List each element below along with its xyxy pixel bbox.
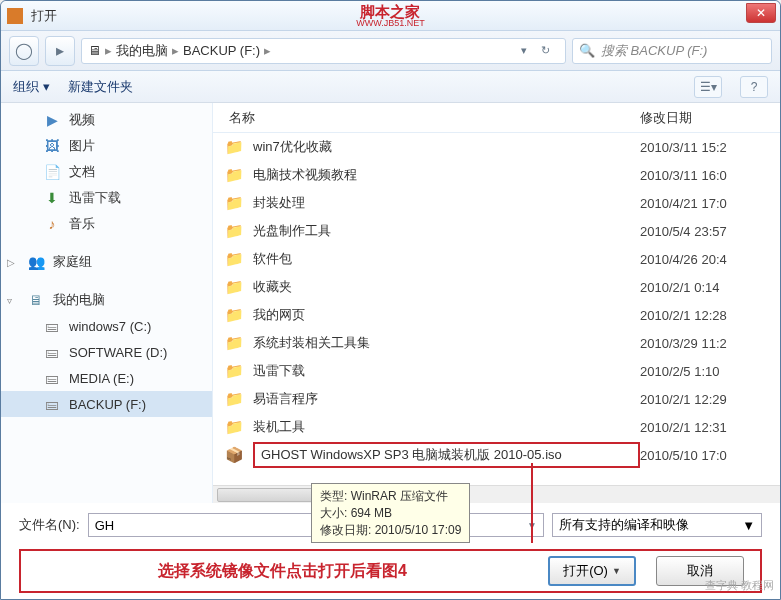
column-name[interactable]: 名称 [213,109,640,127]
horizontal-scrollbar[interactable] [213,485,780,503]
file-row[interactable]: 📁电脑技术视频教程2010/3/11 16:0 [213,161,780,189]
forward-button[interactable]: ▸ [45,36,75,66]
breadcrumb-dropdown[interactable]: ▾↻ [521,44,559,57]
file-row-selected[interactable]: 📦GHOST WindowsXP SP3 电脑城装机版 2010-05.iso2… [213,441,780,469]
breadcrumb-sep-icon: ▸ [172,43,179,58]
file-open-dialog: 打开 脚本之家 WWW.JB51.NET ✕ ◯ ▸ 🖥 ▸ 我的电脑 ▸ BA… [0,0,781,600]
sidebar-item-computer[interactable]: ▿🖥我的电脑 [1,287,212,313]
sidebar-item-homegroup[interactable]: ▷👥家庭组 [1,249,212,275]
app-icon [7,8,23,24]
folder-icon: 📁 [225,390,243,408]
corner-watermark: 查字典 教程网 [705,578,774,593]
file-row[interactable]: 📁装机工具2010/2/1 12:31 [213,413,780,441]
sidebar-item-drive-f[interactable]: 🖴BACKUP (F:) [1,391,212,417]
search-icon: 🔍 [579,43,595,58]
music-icon: ♪ [43,215,61,233]
video-icon: ▶ [43,111,61,129]
titlebar: 打开 脚本之家 WWW.JB51.NET ✕ [1,1,780,31]
computer-icon: 🖥 [88,43,101,58]
file-row[interactable]: 📁封装处理2010/4/21 17:0 [213,189,780,217]
folder-icon: 📁 [225,138,243,156]
folder-icon: 📁 [225,250,243,268]
toolbar: 组织 ▾ 新建文件夹 ☰▾ ? [1,71,780,103]
breadcrumb-item[interactable]: BACKUP (F:) [183,43,260,58]
tooltip-size: 大小: 694 MB [320,505,461,522]
title-buttons: ✕ [746,3,776,23]
tooltip-type: 类型: WinRAR 压缩文件 [320,488,461,505]
watermark-sub: WWW.JB51.NET [356,19,425,28]
annotation-text: 选择系统镜像文件点击打开后看图4 [37,561,528,582]
drive-icon: 🖴 [43,369,61,387]
search-input[interactable]: 🔍 搜索 BACKUP (F:) [572,38,772,64]
iso-icon: 📦 [225,446,243,464]
breadcrumb[interactable]: 🖥 ▸ 我的电脑 ▸ BACKUP (F:) ▸ ▾↻ [81,38,566,64]
chevron-down-icon: ▼ [612,566,621,576]
documents-icon: 📄 [43,163,61,181]
breadcrumb-sep-icon: ▸ [264,43,271,58]
caret-icon: ▷ [7,257,19,268]
view-button[interactable]: ☰▾ [694,76,722,98]
drive-icon: 🖴 [43,343,61,361]
back-button[interactable]: ◯ [9,36,39,66]
nav-bar: ◯ ▸ 🖥 ▸ 我的电脑 ▸ BACKUP (F:) ▸ ▾↻ 🔍 搜索 BAC… [1,31,780,71]
content-area: ▶视频 🖼图片 📄文档 ⬇迅雷下载 ♪音乐 ▷👥家庭组 ▿🖥我的电脑 🖴wind… [1,103,780,503]
tooltip-modified: 修改日期: 2010/5/10 17:09 [320,522,461,539]
file-tooltip: 类型: WinRAR 压缩文件 大小: 694 MB 修改日期: 2010/5/… [311,483,470,543]
breadcrumb-item[interactable]: 我的电脑 [116,42,168,60]
file-list: 📁win7优化收藏2010/3/11 15:2 📁电脑技术视频教程2010/3/… [213,133,780,485]
homegroup-icon: 👥 [27,253,45,271]
folder-icon: 📁 [225,166,243,184]
file-row[interactable]: 📁软件包2010/4/26 20:4 [213,245,780,273]
computer-icon: 🖥 [27,291,45,309]
filename-label: 文件名(N): [19,516,80,534]
open-button[interactable]: 打开(O)▼ [548,556,636,586]
close-button[interactable]: ✕ [746,3,776,23]
search-placeholder: 搜索 BACKUP (F:) [601,42,707,60]
breadcrumb-sep-icon: ▸ [105,43,112,58]
folder-icon: 📁 [225,362,243,380]
drive-icon: 🖴 [43,395,61,413]
file-row[interactable]: 📁收藏夹2010/2/1 0:14 [213,273,780,301]
file-list-area: 名称 修改日期 📁win7优化收藏2010/3/11 15:2 📁电脑技术视频教… [213,103,780,503]
sidebar-item-drive-d[interactable]: 🖴SOFTWARE (D:) [1,339,212,365]
folder-icon: 📁 [225,306,243,324]
file-row[interactable]: 📁易语言程序2010/2/1 12:29 [213,385,780,413]
folder-icon: 📁 [225,418,243,436]
file-list-header: 名称 修改日期 [213,103,780,133]
sidebar-item-music[interactable]: ♪音乐 [1,211,212,237]
folder-icon: 📁 [225,334,243,352]
filetype-filter[interactable]: 所有支持的编译和映像 ▼ [552,513,762,537]
sidebar-item-documents[interactable]: 📄文档 [1,159,212,185]
caret-icon: ▿ [7,295,19,306]
organize-menu[interactable]: 组织 ▾ [13,78,50,96]
folder-icon: 📁 [225,194,243,212]
chevron-down-icon[interactable]: ▼ [742,518,755,533]
annotation-box: 选择系统镜像文件点击打开后看图4 打开(O)▼ 取消 [19,549,762,593]
folder-icon: 📁 [225,222,243,240]
column-date[interactable]: 修改日期 [640,109,780,127]
drive-icon: 🖴 [43,317,61,335]
watermark: 脚本之家 WWW.JB51.NET [356,4,425,28]
file-row[interactable]: 📁系统封装相关工具集2010/3/29 11:2 [213,329,780,357]
sidebar-item-pictures[interactable]: 🖼图片 [1,133,212,159]
annotation-line [531,463,533,543]
download-icon: ⬇ [43,189,61,207]
window-title: 打开 [31,7,57,25]
file-row[interactable]: 📁迅雷下载2010/2/5 1:10 [213,357,780,385]
sidebar-item-video[interactable]: ▶视频 [1,107,212,133]
folder-icon: 📁 [225,278,243,296]
sidebar-item-drive-e[interactable]: 🖴MEDIA (E:) [1,365,212,391]
sidebar-item-drive-c[interactable]: 🖴windows7 (C:) [1,313,212,339]
watermark-main: 脚本之家 [356,4,425,19]
file-row[interactable]: 📁win7优化收藏2010/3/11 15:2 [213,133,780,161]
file-row[interactable]: 📁光盘制作工具2010/5/4 23:57 [213,217,780,245]
sidebar: ▶视频 🖼图片 📄文档 ⬇迅雷下载 ♪音乐 ▷👥家庭组 ▿🖥我的电脑 🖴wind… [1,103,213,503]
new-folder-button[interactable]: 新建文件夹 [68,78,133,96]
file-row[interactable]: 📁我的网页2010/2/1 12:28 [213,301,780,329]
pictures-icon: 🖼 [43,137,61,155]
help-button[interactable]: ? [740,76,768,98]
sidebar-item-downloads[interactable]: ⬇迅雷下载 [1,185,212,211]
